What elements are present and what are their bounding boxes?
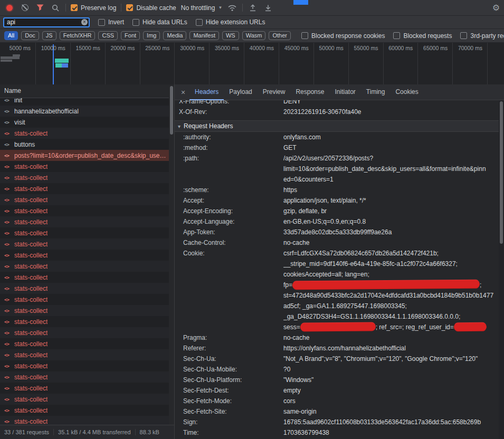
request-row[interactable]: <>stats-collect <box>0 283 174 294</box>
request-row[interactable]: <>posts?limit=10&order=publish_date_desc… <box>0 150 174 161</box>
header-value: application/json, text/plain, */* <box>283 195 504 206</box>
request-row[interactable]: <>stats-collect <box>0 183 174 194</box>
type-filter-fetch-xhr[interactable]: Fetch/XHR <box>60 31 96 40</box>
settings-button[interactable]: ⚙ <box>492 3 500 13</box>
search-button[interactable] <box>50 3 61 13</box>
tab-preview[interactable]: Preview <box>258 84 291 100</box>
header-value: csrf=LdfcGX4Sa72db06824c657db26a5d142472… <box>283 248 504 332</box>
type-filter-img[interactable]: Img <box>143 31 160 40</box>
tab-cookies[interactable]: Cookies <box>390 84 423 100</box>
request-row[interactable]: <>stats-collect <box>0 416 174 425</box>
request-row[interactable]: <>stats-collect <box>0 394 174 405</box>
close-icon[interactable]: × <box>177 88 189 97</box>
request-row[interactable]: <>stats-collect <box>0 250 174 261</box>
header-row: Sec-Ch-Ua-Platform:"Windows" <box>175 375 504 385</box>
type-filter-css[interactable]: CSS <box>98 31 118 40</box>
type-filter-other[interactable]: Other <box>269 31 291 40</box>
record-button[interactable] <box>4 3 15 13</box>
header-value: ?0 <box>283 364 504 375</box>
header-value: onlyfans.com <box>283 132 504 142</box>
tab-initiator[interactable]: Initiator <box>329 84 360 100</box>
script-icon: <> <box>4 375 12 380</box>
type-filter-manifest[interactable]: Manifest <box>189 31 219 40</box>
request-row[interactable]: <>stats-collect <box>0 360 174 371</box>
request-row[interactable]: <>stats-collect <box>0 272 174 283</box>
clear-button[interactable] <box>20 3 30 13</box>
request-name: stats-collect <box>12 285 47 292</box>
invert-checkbox[interactable]: Invert <box>98 18 124 26</box>
request-row[interactable]: <>stats-collect <box>0 161 174 172</box>
script-icon: <> <box>4 219 12 225</box>
header-name: Sec-Ch-Ua-Platform: <box>183 375 283 385</box>
header-row: Sec-Ch-Ua:"Not_A Brand";v="8", "Chromium… <box>175 354 504 364</box>
request-row[interactable]: <>stats-collect <box>0 227 174 238</box>
request-row[interactable]: <>stats-collect <box>0 349 174 360</box>
export-har-button[interactable] <box>263 3 273 13</box>
request-name: stats-collect <box>12 163 47 170</box>
script-icon: <> <box>4 286 12 291</box>
request-row[interactable]: <>stats-collect <box>0 294 174 305</box>
tab-response[interactable]: Response <box>290 84 329 100</box>
filter-input[interactable] <box>3 17 90 27</box>
timeline-label: 20000 ms <box>102 45 135 51</box>
requests-scrollbar-thumb[interactable] <box>170 86 173 135</box>
disable-cache-checkbox[interactable]: Disable cache <box>126 4 176 12</box>
request-row[interactable]: <>stats-collect <box>0 194 174 205</box>
request-name: stats-collect <box>12 351 47 359</box>
type-filter-ws[interactable]: WS <box>222 31 239 40</box>
filter-checkbox-blocked-requests[interactable]: Blocked requests <box>393 32 452 40</box>
network-conditions-button[interactable] <box>227 3 237 13</box>
request-row[interactable]: <>stats-collect <box>0 383 174 394</box>
request-row[interactable]: <>stats-collect <box>0 128 174 139</box>
tab-timing[interactable]: Timing <box>361 84 391 100</box>
request-row[interactable]: <>stats-collect <box>0 316 174 327</box>
import-har-button[interactable] <box>248 3 258 13</box>
checkbox-label: Blocked response cookies <box>311 32 385 40</box>
type-filter-font[interactable]: Font <box>121 31 140 40</box>
filter-button[interactable] <box>35 3 45 13</box>
request-row[interactable]: <>stats-collect <box>0 172 174 183</box>
type-filter-js[interactable]: JS <box>42 31 56 40</box>
request-row[interactable]: <>stats-collect <box>0 305 174 316</box>
request-row[interactable]: <>hannahelizabethofficial <box>0 106 174 117</box>
header-value-line: ed=0&counters=1 <box>283 174 504 185</box>
header-value-text: ed=0&counters=1 <box>283 176 334 183</box>
name-column-header[interactable]: Name <box>0 84 174 98</box>
preserve-log-checkbox[interactable]: Preserve log <box>71 4 116 12</box>
type-filter-doc[interactable]: Doc <box>21 31 39 40</box>
request-row[interactable]: <>stats-collect <box>0 205 174 216</box>
request-row[interactable]: <>stats-collect <box>0 238 174 250</box>
type-filter-wasm[interactable]: Wasm <box>242 31 266 40</box>
checkbox-icon <box>98 19 105 26</box>
header-value-text: cookiesAccepted=all; lang=en; <box>283 271 369 278</box>
clear-filter-icon[interactable]: × <box>81 19 88 25</box>
request-headers-section[interactable]: ▾ Request Headers <box>175 120 504 132</box>
tab-payload[interactable]: Payload <box>224 84 257 100</box>
hide-data-urls-label: Hide data URLs <box>142 18 187 26</box>
hide-data-urls-checkbox[interactable]: Hide data URLs <box>132 18 187 26</box>
request-row[interactable]: <>stats-collect <box>0 261 174 272</box>
request-row[interactable]: <>stats-collect <box>0 327 174 338</box>
header-value-line: _ga_D4827DS3H4=GS1.1.1698003344.1.1.1698… <box>283 311 504 322</box>
filter-checkbox-3rd-party-requests[interactable]: 3rd-party requests <box>460 32 504 40</box>
request-row[interactable]: <>visit <box>0 117 174 128</box>
request-row[interactable]: <>stats-collect <box>0 338 174 349</box>
tab-headers[interactable]: Headers <box>189 84 224 100</box>
filter-checkbox-blocked-response-cookies[interactable]: Blocked response cookies <box>301 32 385 40</box>
request-row[interactable]: <>stats-collect <box>0 216 174 227</box>
request-row[interactable]: <>stats-collect <box>0 371 174 383</box>
type-filter-media[interactable]: Media <box>163 31 186 40</box>
script-icon: <> <box>4 197 12 203</box>
header-value: 1703636799438 <box>283 427 504 438</box>
header-value-text: csrf=LdfcGX4Sa72db06824c657db26a5d142472… <box>283 250 439 257</box>
request-row[interactable]: <>stats-collect <box>0 405 174 416</box>
request-row[interactable]: <>buttons <box>0 139 174 150</box>
details-scrollbar-thumb[interactable] <box>500 101 503 244</box>
type-filter-all[interactable]: All <box>4 31 18 40</box>
header-row: :authority:onlyfans.com <box>175 132 504 142</box>
timeline-overview[interactable]: 5000 ms10000 ms15000 ms20000 ms25000 ms3… <box>0 43 504 84</box>
hide-extension-urls-checkbox[interactable]: Hide extension URLs <box>196 18 265 26</box>
waterfall-bar <box>1 60 12 62</box>
throttling-select[interactable]: No throttling ▼ <box>181 4 223 12</box>
request-name: stats-collect <box>12 263 47 270</box>
